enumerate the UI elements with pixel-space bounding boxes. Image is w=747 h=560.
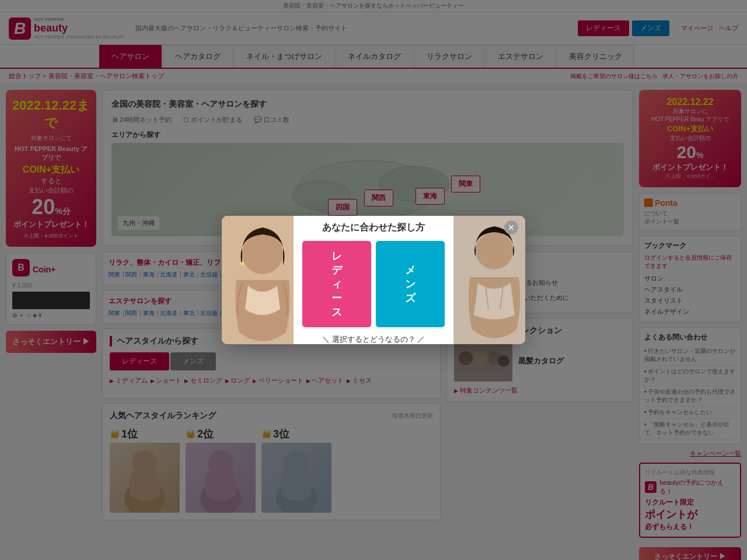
modal-buttons: レディース メンズ xyxy=(302,241,445,327)
modal-person-left xyxy=(222,216,294,344)
modal-left-svg xyxy=(222,216,294,344)
modal-title: あなたに合わせた探し方 xyxy=(302,222,445,234)
svg-point-16 xyxy=(240,262,244,265)
modal-images-row: あなたに合わせた探し方 レディース メンズ ＼ 選択するとどうなるの？ ／ ・特… xyxy=(222,216,525,344)
modal-ladies-button[interactable]: レディース xyxy=(302,241,371,327)
modal-right-svg xyxy=(453,216,525,344)
modal-mens-button[interactable]: メンズ xyxy=(376,241,445,327)
modal-center: あなたに合わせた探し方 レディース メンズ ＼ 選択するとどうなるの？ ／ ・特… xyxy=(294,216,453,344)
modal-explain-title: ＼ 選択するとどうなるの？ ／ xyxy=(302,334,445,344)
svg-point-15 xyxy=(242,233,283,274)
modal-overlay[interactable]: ✕ xyxy=(0,0,747,560)
modal-close-button[interactable]: ✕ xyxy=(504,220,518,235)
modal: ✕ xyxy=(222,216,525,344)
modal-person-right xyxy=(453,216,525,344)
svg-point-18 xyxy=(476,232,513,270)
